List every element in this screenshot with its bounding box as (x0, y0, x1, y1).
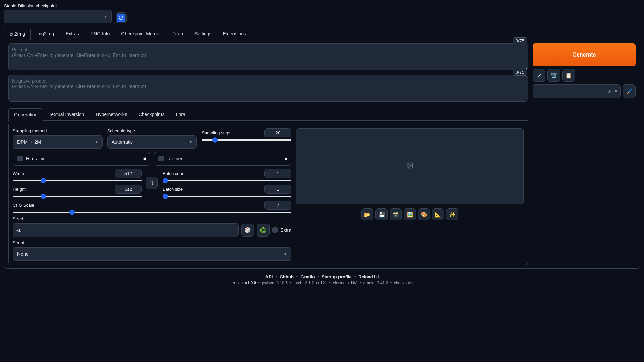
output-column: 📂 💾 🗃️ 🖼️ 🎨 📐 ✨ (296, 128, 524, 261)
footer-startup-link[interactable]: Startup profile (322, 274, 352, 279)
cfg-scale-input[interactable] (264, 201, 291, 210)
clipboard-icon: 📋 (565, 72, 572, 79)
tab-img2img[interactable]: img2img (31, 27, 60, 40)
main-tabs: txt2img img2img Extras PNG Info Checkpoi… (4, 27, 640, 40)
triangle-left-icon: ◀ (284, 156, 287, 161)
cfg-scale-slider[interactable] (13, 212, 291, 213)
brush-icon: 🖌️ (626, 88, 633, 95)
hires-fix-checkbox[interactable] (17, 156, 23, 161)
open-folder-button[interactable]: 📂 (361, 208, 373, 220)
script-value: None (17, 251, 28, 257)
save-button[interactable]: 💾 (375, 208, 388, 220)
subtab-generation[interactable]: Generation (8, 108, 43, 121)
random-seed-button[interactable]: 🎲 (241, 224, 254, 237)
refiner-accordion[interactable]: Refiner ◀ (154, 152, 291, 166)
swap-icon: ⇅ (150, 180, 154, 186)
sub-tabs: Generation Textual Inversion Hypernetwor… (8, 108, 528, 121)
batch-size-input[interactable] (264, 185, 291, 194)
arrow-icon: ↙ (537, 72, 541, 79)
upscale-button[interactable]: ✨ (446, 208, 458, 220)
chevron-down-icon: ▼ (95, 140, 98, 144)
schedule-type-value: Automatic (112, 139, 133, 145)
checkpoint-field: Stable Diffusion checkpoint ▼ (4, 3, 112, 23)
refresh-checkpoint-button[interactable] (116, 12, 127, 23)
extra-seed-checkbox[interactable] (272, 227, 278, 233)
seed-input[interactable] (13, 223, 239, 237)
reuse-seed-button[interactable]: ♻️ (257, 224, 270, 237)
swap-dimensions-button[interactable]: ⇅ (146, 177, 158, 189)
footer-github-link[interactable]: Github (280, 274, 294, 279)
sampling-method-value: DPM++ 2M (17, 139, 41, 145)
tab-extensions[interactable]: Extensions (217, 27, 252, 40)
recycle-icon: ♻️ (260, 227, 266, 233)
chevron-down-icon: ▼ (104, 15, 107, 19)
prompt-container: 0/75 (8, 43, 528, 71)
styles-dropdown[interactable]: ✕ ▼ (533, 84, 621, 98)
width-input[interactable] (115, 169, 142, 178)
sampling-steps-input[interactable] (264, 128, 291, 137)
refresh-icon (117, 14, 125, 22)
width-slider[interactable] (13, 180, 142, 181)
output-buttons: 📂 💾 🗃️ 🖼️ 🎨 📐 ✨ (296, 208, 524, 220)
send-inpaint-button[interactable]: 🎨 (418, 208, 430, 220)
sparkles-icon: ✨ (449, 211, 456, 218)
footer-gradio-link[interactable]: Gradio (300, 274, 315, 279)
right-column: Generate ↙ 🗑️ 📋 ✕ ▼ 🖌️ (533, 43, 636, 265)
tab-txt2img[interactable]: txt2img (4, 28, 31, 40)
tab-settings[interactable]: Settings (189, 27, 217, 40)
batch-count-input[interactable] (264, 169, 291, 178)
sampling-steps-slider[interactable] (202, 139, 291, 141)
checkpoint-dropdown[interactable]: ▼ (4, 10, 112, 23)
batch-count-slider[interactable] (163, 180, 291, 181)
schedule-type-select[interactable]: Automatic ▼ (107, 135, 197, 149)
sampling-method-label: Sampling method (13, 128, 103, 133)
left-column: 0/75 0/75 Generation Textual Inversion H… (8, 43, 528, 265)
send-extras-button[interactable]: 📐 (432, 208, 444, 220)
chevron-down-icon: ▼ (614, 89, 618, 93)
edit-styles-button[interactable]: 🖌️ (623, 84, 636, 98)
subtab-textual-inversion[interactable]: Textual Inversion (43, 108, 90, 120)
footer-reload-link[interactable]: Reload UI (358, 274, 379, 279)
save-icon: 💾 (378, 211, 385, 218)
hires-fix-accordion[interactable]: Hires. fix ◀ (13, 152, 150, 166)
sampling-steps-label: Sampling steps (202, 130, 231, 135)
prompt-textarea[interactable] (8, 43, 528, 70)
clear-prompt-button[interactable]: 🗑️ (547, 69, 560, 82)
prompt-token-counter: 0/75 (513, 37, 527, 44)
paste-button[interactable]: 📋 (562, 69, 575, 82)
height-label: Height (13, 187, 26, 192)
footer-api-link[interactable]: API (265, 274, 273, 279)
subtab-hypernetworks[interactable]: Hypernetworks (90, 108, 133, 120)
svg-point-1 (408, 164, 409, 165)
subtab-lora[interactable]: Lora (170, 108, 191, 120)
tab-extras[interactable]: Extras (60, 27, 85, 40)
tab-checkpoint-merger[interactable]: Checkpoint Merger (115, 27, 167, 40)
height-input[interactable] (115, 185, 142, 194)
clear-icon[interactable]: ✕ (608, 88, 612, 94)
batch-size-label: Batch size (163, 187, 183, 192)
neg-prompt-textarea[interactable] (8, 75, 528, 102)
generate-button[interactable]: Generate (533, 43, 636, 66)
interrogate-button[interactable]: ↙ (533, 69, 545, 82)
generation-panel: Sampling method DPM++ 2M ▼ Schedule type… (8, 124, 528, 265)
footer-version: version: v1.9.0 • python: 3.10.6 • torch… (4, 281, 640, 285)
chevron-down-icon: ▼ (284, 252, 287, 256)
refiner-checkbox[interactable] (158, 156, 164, 161)
script-select[interactable]: None ▼ (13, 247, 291, 261)
sampling-method-select[interactable]: DPM++ 2M ▼ (13, 135, 103, 149)
subtab-checkpoints[interactable]: Checkpoints (133, 108, 170, 120)
send-img2img-button[interactable]: 🖼️ (404, 208, 416, 220)
dice-icon: 🎲 (244, 227, 251, 233)
seed-label: Seed (13, 216, 291, 221)
refiner-label: Refiner (167, 156, 182, 161)
tab-pnginfo[interactable]: PNG Info (85, 27, 116, 40)
palette-icon: 🎨 (421, 211, 427, 218)
output-gallery[interactable] (296, 128, 524, 204)
zip-button[interactable]: 🗃️ (390, 208, 402, 220)
ruler-icon: 📐 (435, 211, 441, 218)
batch-size-slider[interactable] (163, 196, 291, 197)
tab-train[interactable]: Train (167, 27, 189, 40)
main-panel: 0/75 0/75 Generation Textual Inversion H… (4, 40, 640, 269)
generation-controls: Sampling method DPM++ 2M ▼ Schedule type… (13, 128, 291, 261)
height-slider[interactable] (13, 196, 142, 197)
